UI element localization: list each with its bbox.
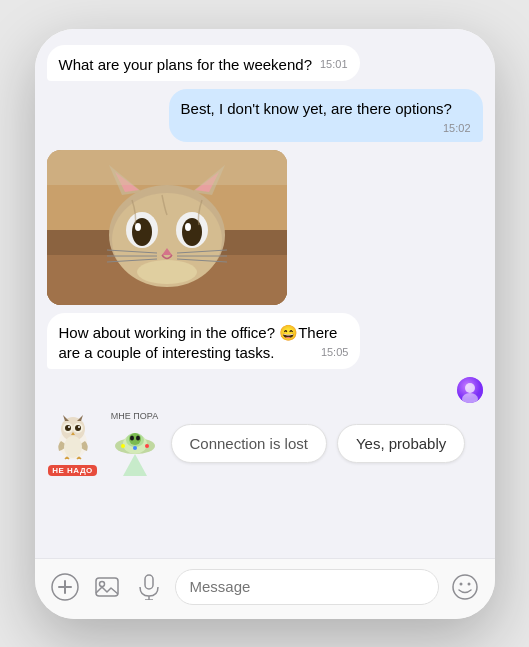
svg-point-46 xyxy=(121,444,125,448)
message-time-1: 15:01 xyxy=(320,57,348,72)
avatar xyxy=(457,377,483,403)
chat-area: What are your plans for the weekend? 15:… xyxy=(35,29,495,558)
svg-point-47 xyxy=(145,444,149,448)
message-text-2: Best, I don't know yet, are there option… xyxy=(181,100,452,117)
svg-point-58 xyxy=(459,582,462,585)
svg-point-44 xyxy=(130,436,134,441)
svg-point-34 xyxy=(75,425,81,431)
sticker-tag-text: НЕ НАДО xyxy=(48,465,97,476)
message-time-2: 15:02 xyxy=(443,121,471,136)
svg-rect-54 xyxy=(145,575,153,589)
owl-sticker xyxy=(47,411,99,463)
svg-point-53 xyxy=(99,581,104,586)
svg-point-14 xyxy=(185,223,191,231)
svg-point-59 xyxy=(467,582,470,585)
svg-point-36 xyxy=(78,426,80,428)
message-text-1: What are your plans for the weekend? xyxy=(59,56,312,73)
connection-lost-button[interactable]: Connection is lost xyxy=(171,424,327,463)
alien-sticker xyxy=(109,424,161,476)
message-text-4: How about working in the office? 😄There … xyxy=(59,324,338,361)
svg-marker-30 xyxy=(77,415,83,421)
message-bubble-4: How about working in the office? 😄There … xyxy=(47,313,361,370)
svg-rect-52 xyxy=(96,578,118,596)
svg-point-22 xyxy=(137,260,197,284)
yes-probably-button[interactable]: Yes, probably xyxy=(337,424,465,463)
svg-point-48 xyxy=(133,446,137,450)
message-time-4: 15:05 xyxy=(321,345,349,360)
message-bubble-1: What are your plans for the weekend? 15:… xyxy=(47,45,360,81)
mic-button[interactable] xyxy=(133,571,165,603)
image-button[interactable] xyxy=(91,571,123,603)
svg-point-45 xyxy=(136,436,140,441)
stickers-group: НЕ НАДО xyxy=(47,411,99,476)
svg-marker-39 xyxy=(123,454,147,476)
avatar-row xyxy=(47,377,483,403)
message-input[interactable] xyxy=(175,569,439,605)
phone-container: What are your plans for the weekend? 15:… xyxy=(35,29,495,619)
message-image-3 xyxy=(47,150,287,305)
alien-sticker-group: МНЕ ПОРА xyxy=(109,411,161,476)
svg-marker-29 xyxy=(63,415,69,421)
svg-point-35 xyxy=(68,426,70,428)
emoji-button[interactable] xyxy=(449,571,481,603)
svg-rect-23 xyxy=(47,150,287,185)
alien-label: МНЕ ПОРА xyxy=(111,411,158,422)
quick-replies-row: НЕ НАДО МНЕ ПОРА xyxy=(47,407,483,478)
svg-point-33 xyxy=(65,425,71,431)
svg-point-57 xyxy=(453,575,477,599)
input-bar xyxy=(35,558,495,619)
plus-button[interactable] xyxy=(49,571,81,603)
message-bubble-2: Best, I don't know yet, are there option… xyxy=(169,89,483,142)
svg-point-38 xyxy=(64,436,82,458)
svg-point-25 xyxy=(465,383,475,393)
